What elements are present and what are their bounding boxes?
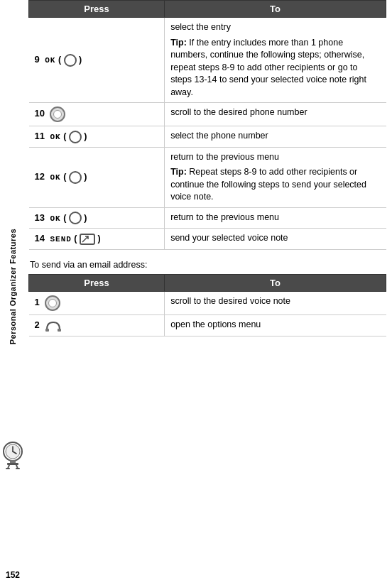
press-cell-10: 10 (29, 103, 165, 126)
sidebar: Personal Organizer Features 152 (0, 0, 26, 580)
to-cell-t2-2: open the options menu (165, 314, 386, 336)
to-cell-13: return to the previous menu (165, 207, 386, 229)
table2-header-row: Press To (29, 274, 386, 291)
table-row: 9 OK ( ) select the entry Tip: If the en… (29, 18, 386, 103)
nav-button-icon (50, 106, 65, 122)
table-row: 1 scroll to the desired voice note (29, 291, 386, 314)
circle-button-icon (69, 212, 82, 224)
intro-text: To send via an email address: (28, 260, 386, 270)
table1-body: 9 OK ( ) select the entry Tip: If the en… (29, 18, 386, 250)
to-cell-10: scroll to the desired phone number (165, 103, 386, 126)
circle-button-icon (69, 131, 82, 143)
svg-line-10 (82, 236, 88, 242)
phone-svg (1, 440, 24, 471)
main-content: Press To 9 OK ( ) select the entry (26, 0, 392, 580)
press-cell-12: 12 OK ( ) (29, 147, 165, 207)
table1: Press To 9 OK ( ) select the entry (28, 0, 386, 250)
to-cell-11: select the phone number (165, 126, 386, 148)
sidebar-label-wrapper: Personal Organizer Features (0, 7, 26, 580)
menu-button-icon (45, 319, 62, 332)
press-cell-t2-1: 1 (29, 291, 165, 314)
table1-header-row: Press To (29, 1, 386, 18)
press-cell-14: 14 SEND ( ) (29, 229, 165, 250)
circle-button-icon (69, 171, 82, 184)
to-cell-t2-1: scroll to the desired voice note (165, 291, 386, 314)
table2-header-press: Press (29, 274, 165, 291)
nav-button-icon (45, 295, 60, 311)
table1-header-press: Press (29, 1, 165, 18)
svg-rect-11 (45, 329, 49, 332)
press-cell-t2-2: 2 (29, 314, 165, 336)
table-row: 12 OK ( ) return to the previous menu Ti… (29, 147, 386, 207)
phone-icon (1, 440, 24, 474)
table2: Press To 1 scroll to the desired voice n… (28, 274, 386, 336)
svg-rect-12 (58, 329, 61, 332)
table-row: 2 open the options menu (29, 314, 386, 336)
press-cell-9: 9 OK ( ) (29, 18, 165, 103)
table1-header-to: To (165, 1, 386, 18)
page-number: 152 (6, 570, 20, 580)
table-row: 13 OK ( ) return to the previous menu (29, 207, 386, 229)
table-row: 11 OK ( ) select the phone number (29, 126, 386, 148)
to-cell-12: return to the previous menu Tip: Repeat … (165, 147, 386, 207)
page-wrapper: Personal Organizer Features 152 (0, 0, 392, 580)
table2-body: 1 scroll to the desired voice note 2 (29, 291, 386, 336)
table2-header-to: To (165, 274, 386, 291)
press-cell-11: 11 OK ( ) (29, 126, 165, 148)
to-cell-9: select the entry Tip: If the entry inclu… (165, 18, 386, 103)
table-row: 14 SEND ( ) send your selected voice not (29, 229, 386, 250)
to-cell-14: send your selected voice note (165, 229, 386, 250)
send-button-icon (80, 234, 95, 245)
press-cell-13: 13 OK ( ) (29, 207, 165, 229)
circle-button-icon (64, 54, 77, 67)
table-row: 10 scroll to the desired phone number (29, 103, 386, 126)
sidebar-label: Personal Organizer Features (9, 229, 17, 344)
